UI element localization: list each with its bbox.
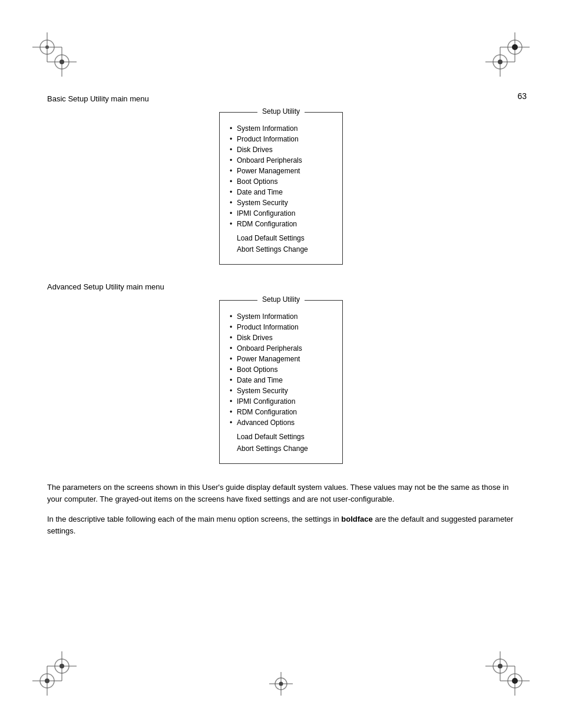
list-item: Date and Time [229, 187, 333, 197]
list-item: Date and Time [229, 375, 333, 386]
basic-section: Basic Setup Utility main menu Setup Util… [47, 94, 515, 265]
svg-point-35 [279, 682, 283, 686]
list-item: IPMI Configuration [229, 396, 333, 407]
list-item: Advanced Options [229, 417, 333, 428]
advanced-box-label: Setup Utility [257, 295, 305, 304]
list-item: RDM Configuration [229, 407, 333, 417]
list-item: System Information [229, 123, 333, 134]
list-item: Disk Drives [229, 144, 333, 155]
corner-mark-tl2 [47, 47, 77, 77]
list-item: Power Management [229, 354, 333, 364]
svg-point-27 [59, 664, 64, 668]
advanced-section-title: Advanced Setup Utility main menu [47, 282, 515, 291]
basic-box-label: Setup Utility [257, 107, 305, 116]
load-default-settings: Load Default Settings [237, 233, 333, 244]
list-item: System Information [229, 311, 333, 322]
svg-point-11 [59, 60, 64, 64]
paragraph-2: In the descriptive table following each … [47, 513, 515, 537]
list-item: Boot Options [229, 176, 333, 187]
list-item: IPMI Configuration [229, 208, 333, 219]
paragraph-2-before: In the descriptive table following each … [47, 515, 341, 523]
basic-menu-list: System Information Product Information D… [229, 123, 333, 229]
svg-point-15 [498, 60, 503, 64]
list-item: RDM Configuration [229, 219, 333, 229]
list-item: Product Information [229, 322, 333, 332]
paragraph-2-bold: boldface [341, 515, 372, 523]
page-number: 63 [517, 91, 527, 101]
body-text: The parameters on the screens shown in t… [47, 482, 515, 538]
corner-mark-tr2 [485, 47, 515, 77]
list-item: Product Information [229, 134, 333, 144]
paragraph-1: The parameters on the screens shown in t… [47, 482, 515, 505]
advanced-footer-links: Load Default Settings Abort Settings Cha… [229, 431, 333, 454]
adv-abort-settings-change: Abort Settings Change [237, 443, 333, 454]
basic-section-title: Basic Setup Utility main menu [47, 94, 515, 103]
list-item: Onboard Peripherals [229, 343, 333, 354]
list-item: Boot Options [229, 364, 333, 375]
svg-point-31 [498, 664, 503, 668]
list-item: System Security [229, 386, 333, 396]
list-item: Onboard Peripherals [229, 155, 333, 166]
list-item: Disk Drives [229, 332, 333, 343]
abort-settings-change: Abort Settings Change [237, 244, 333, 255]
basic-footer-links: Load Default Settings Abort Settings Cha… [229, 233, 333, 255]
advanced-menu-list: System Information Product Information D… [229, 311, 333, 428]
adv-load-default-settings: Load Default Settings [237, 431, 333, 443]
list-item: Power Management [229, 166, 333, 176]
list-item: System Security [229, 197, 333, 208]
corner-mark-br2 [485, 651, 515, 681]
basic-setup-box: Setup Utility System Information Product… [219, 112, 343, 265]
advanced-section: Advanced Setup Utility main menu Setup U… [47, 282, 515, 463]
advanced-setup-box: Setup Utility System Information Product… [219, 300, 343, 463]
corner-mark-bl2 [47, 651, 77, 681]
bottom-center-mark [269, 672, 293, 696]
